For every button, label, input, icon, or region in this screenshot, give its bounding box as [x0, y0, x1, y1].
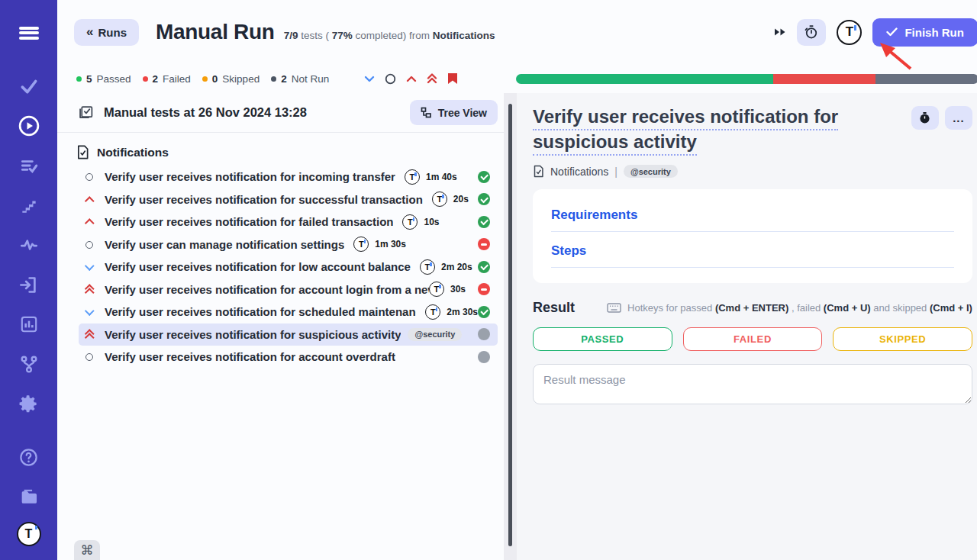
test-title: Verify user receives notification for su…	[105, 328, 401, 341]
stopwatch-icon	[804, 24, 819, 40]
test-duration: 1m 30s	[375, 239, 406, 249]
test-title: Verify user receives notification for ac…	[105, 350, 395, 363]
list-check-icon[interactable]	[15, 151, 44, 180]
test-detail-title[interactable]: Verify user receives notification for su…	[533, 104, 898, 154]
finish-run-button[interactable]: Finish Run	[872, 18, 977, 47]
test-detail-panel: Verify user receives notification for su…	[517, 93, 977, 560]
steps-icon[interactable]	[15, 191, 44, 220]
tests-container: Verify user receives notification for in…	[57, 166, 504, 369]
test-duration: 10s	[424, 217, 439, 227]
user-avatar-logo[interactable]	[837, 20, 862, 45]
run-progress-bar	[516, 74, 977, 84]
double-chevron-left-icon: «	[86, 24, 92, 40]
test-title: Verify user receives notification for su…	[105, 193, 423, 206]
progress-segment-failed	[773, 74, 875, 84]
priority-icon	[84, 351, 95, 362]
chevron-down-icon[interactable]	[364, 76, 375, 82]
status-dot-icon	[271, 76, 276, 82]
back-to-runs-button[interactable]: « Runs	[74, 19, 139, 46]
breadcrumb: Notifications | @security	[533, 165, 972, 178]
vertical-scrollbar[interactable]	[504, 93, 517, 560]
app-logo[interactable]	[17, 522, 41, 546]
test-content-card: Requirements Steps	[533, 189, 972, 283]
double-chevron-up-icon[interactable]	[427, 73, 437, 84]
test-title: Verify user receives notification for sc…	[105, 305, 416, 318]
chevron-up-icon[interactable]	[406, 76, 417, 82]
scrollbar-thumb[interactable]	[508, 104, 512, 546]
priority-icon	[84, 239, 95, 250]
status-dot-icon	[202, 76, 208, 82]
help-icon[interactable]	[15, 443, 44, 471]
filter-icons	[364, 72, 458, 85]
menu-icon[interactable]	[15, 18, 44, 47]
checklist-icon	[78, 105, 94, 121]
test-row[interactable]: Verify user receives notification for su…	[79, 188, 498, 211]
testomat-logo-icon	[429, 282, 444, 297]
check-icon[interactable]	[15, 72, 44, 101]
test-row[interactable]: Verify user receives notification for sc…	[79, 301, 498, 323]
status-bar: 5 Passed 2 Failed 0 Skipped 2 Not Run	[57, 64, 977, 93]
testomat-logo-icon	[353, 237, 369, 252]
timer-button[interactable]	[797, 19, 826, 46]
pulse-icon[interactable]	[15, 230, 44, 259]
import-icon[interactable]	[15, 270, 44, 299]
priority-icon	[84, 171, 95, 182]
test-row[interactable]: Verify user receives notification for in…	[79, 166, 498, 188]
test-row[interactable]: Verify user can manage notification sett…	[79, 233, 498, 256]
play-circle-icon[interactable]	[15, 111, 44, 140]
test-row[interactable]: Verify user receives notification for ac…	[79, 346, 498, 369]
suite-header[interactable]: Notifications	[76, 145, 504, 159]
bar-chart-icon[interactable]	[15, 310, 44, 339]
status-counts: 5 Passed 2 Failed 0 Skipped 2 Not Run	[76, 73, 329, 85]
more-options-button[interactable]: ...	[945, 106, 972, 130]
priority-icon	[84, 329, 95, 340]
gear-icon[interactable]	[15, 389, 44, 418]
test-row[interactable]: Verify user receives notification for su…	[79, 323, 498, 346]
result-message-input[interactable]	[533, 364, 972, 404]
security-tag-badge[interactable]: @security	[624, 165, 678, 178]
check-icon	[886, 27, 898, 37]
app-window: « Runs Manual Run 7/9 tests ( 77% comple…	[0, 0, 977, 560]
test-status-icon	[478, 328, 490, 340]
testomat-logo-icon	[425, 304, 440, 320]
test-row[interactable]: Verify user receives notification for ac…	[79, 278, 498, 301]
top-header: « Runs Manual Run 7/9 tests ( 77% comple…	[57, 0, 977, 64]
status-dot-icon	[143, 76, 148, 82]
priority-icon	[84, 284, 95, 295]
status-count: 5 Passed	[76, 73, 131, 85]
test-status-icon	[478, 351, 490, 363]
fast-forward-icon[interactable]	[774, 27, 786, 37]
stopwatch-icon	[918, 111, 931, 124]
bookmark-icon[interactable]	[447, 72, 458, 85]
document-icon	[533, 165, 544, 178]
progress-segment-not_run	[875, 74, 977, 84]
requirements-section-heading[interactable]: Requirements	[551, 208, 954, 232]
keyboard-icon	[607, 303, 621, 313]
priority-icon	[84, 306, 95, 317]
status-count: 0 Skipped	[202, 73, 260, 85]
suite-document-icon	[76, 145, 89, 159]
breadcrumb-suite[interactable]: Notifications	[550, 166, 608, 178]
steps-section-heading[interactable]: Steps	[551, 243, 954, 268]
test-status-icon	[478, 193, 490, 205]
detail-timer-button[interactable]	[911, 106, 939, 130]
test-duration: 20s	[453, 194, 469, 204]
test-status-icon	[478, 216, 490, 228]
tree-view-button[interactable]: Tree View	[410, 100, 498, 125]
test-title: Verify user receives notification for fa…	[105, 215, 393, 228]
branch-icon[interactable]	[15, 349, 44, 378]
test-status-icon	[478, 261, 490, 273]
test-duration: 2m 30s	[447, 307, 478, 317]
circle-icon[interactable]	[385, 73, 396, 85]
command-shortcut-button[interactable]: ⌘	[74, 540, 100, 560]
test-row[interactable]: Verify user receives notification for fa…	[79, 211, 498, 233]
failed-button[interactable]: FAILED	[683, 327, 823, 351]
priority-icon	[84, 194, 95, 205]
run-name: Manual tests at 26 Nov 2024 13:28	[104, 105, 307, 120]
test-title: Verify user can manage notification sett…	[105, 238, 344, 251]
test-status-icon	[478, 283, 490, 295]
test-row[interactable]: Verify user receives notification for lo…	[79, 256, 498, 278]
passed-button[interactable]: PASSED	[533, 327, 672, 351]
folder-icon[interactable]	[15, 482, 44, 511]
skipped-button[interactable]: SKIPPED	[833, 327, 972, 351]
